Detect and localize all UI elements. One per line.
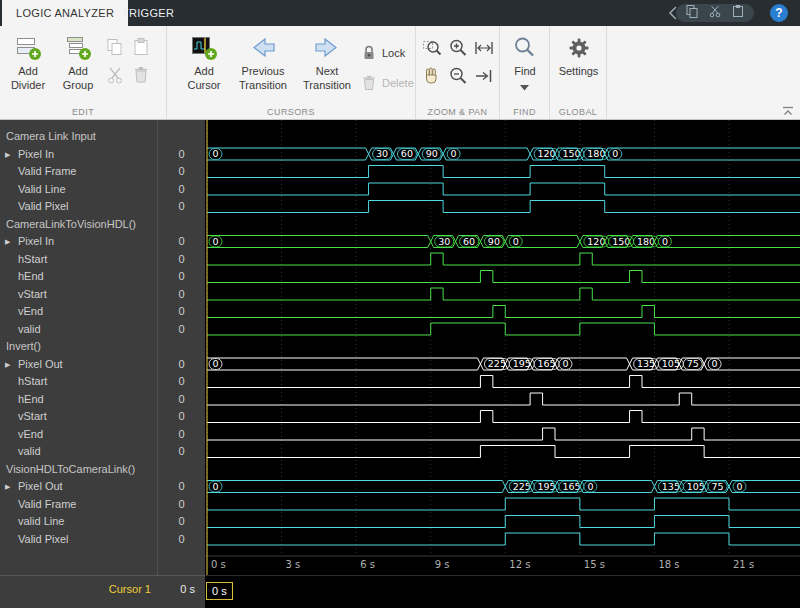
qa-copy-icon[interactable]	[685, 4, 699, 22]
delete-cursor-button[interactable]: Delete	[360, 74, 414, 92]
cut-icon[interactable]	[104, 64, 126, 86]
signal-name-row[interactable]: Valid Pixel	[0, 198, 157, 216]
cursor-position-box[interactable]: 0 s	[206, 582, 233, 600]
qa-paste-icon[interactable]	[731, 4, 745, 22]
section-find: Find FIND	[500, 26, 550, 119]
svg-text:3 s: 3 s	[286, 559, 301, 570]
signal-label: CameraLinkToVisionHDL()	[6, 218, 136, 230]
section-cursors: Add Cursor Previous Transition Next Tran…	[167, 26, 416, 119]
svg-text:15 s: 15 s	[584, 559, 605, 570]
zoom-in-icon[interactable]	[446, 36, 470, 60]
signal-name-row[interactable]: valid	[0, 321, 157, 339]
waveform-canvas[interactable]: 0 s3 s6 s9 s12 s15 s18 s21 s030609001201…	[205, 120, 800, 575]
signal-name-row[interactable]: vEnd	[0, 426, 157, 444]
section-zoom-pan: ZOOM & PAN	[416, 26, 500, 119]
svg-text:0: 0	[212, 148, 218, 159]
fit-to-view-icon[interactable]	[472, 36, 496, 60]
signal-name-row[interactable]: vStart	[0, 286, 157, 304]
tab-trigger[interactable]: TRIGGER	[108, 0, 188, 26]
add-divider-button[interactable]: Add Divider	[4, 32, 52, 92]
signal-group-header[interactable]: Camera Link Input	[0, 128, 157, 146]
qa-cut-icon[interactable]	[708, 4, 722, 22]
expand-arrow-icon[interactable]: ▶	[5, 478, 10, 496]
previous-transition-button[interactable]: Previous Transition	[231, 32, 295, 92]
signal-label: hEnd	[18, 393, 44, 405]
signal-name-row[interactable]: vEnd	[0, 303, 157, 321]
pan-hand-icon[interactable]	[420, 64, 444, 88]
expand-arrow-icon[interactable]: ▶	[5, 146, 10, 164]
signal-value	[158, 338, 205, 356]
signal-name-row[interactable]: Valid Frame	[0, 163, 157, 181]
expand-arrow-icon[interactable]: ▶	[5, 356, 10, 374]
signal-label: valid	[18, 323, 41, 335]
expand-arrow-icon[interactable]: ▶	[5, 233, 10, 251]
signal-name-row[interactable]: hStart	[0, 251, 157, 269]
add-group-label-2: Group	[63, 78, 94, 92]
cursor-track[interactable]: 0 s	[205, 575, 800, 608]
gear-icon	[567, 32, 591, 64]
add-group-button[interactable]: Add Group	[55, 32, 101, 92]
signal-label: Pixel In	[18, 235, 54, 247]
svg-text:18 s: 18 s	[658, 559, 679, 570]
svg-text:0: 0	[712, 358, 718, 369]
svg-text:6 s: 6 s	[360, 559, 375, 570]
svg-text:90: 90	[426, 148, 438, 159]
lock-button[interactable]: Lock	[360, 44, 405, 62]
signal-label: vEnd	[18, 305, 43, 317]
pan-to-end-icon[interactable]	[472, 64, 496, 88]
signal-name-row[interactable]: hEnd	[0, 391, 157, 409]
signal-group-header[interactable]: CameraLinkToVisionHDL()	[0, 216, 157, 234]
settings-label: Settings	[559, 64, 599, 78]
delete-icon[interactable]	[130, 64, 152, 86]
svg-text:0: 0	[562, 358, 568, 369]
add-cursor-button[interactable]: Add Cursor	[179, 32, 229, 92]
zoom-out-icon[interactable]	[446, 64, 470, 88]
svg-text:75: 75	[712, 481, 724, 492]
signal-label: Camera Link Input	[6, 130, 96, 142]
next-transition-button[interactable]: Next Transition	[297, 32, 357, 92]
signal-name-row[interactable]: valid	[0, 443, 157, 461]
signal-name-row[interactable]: ▶Pixel Out	[0, 478, 157, 496]
section-label-global: GLOBAL	[550, 107, 606, 117]
svg-text:75: 75	[687, 358, 699, 369]
signal-name-row[interactable]: Valid Line	[0, 181, 157, 199]
signal-label: vStart	[18, 410, 47, 422]
signal-label: Invert()	[6, 340, 41, 352]
signal-name-row[interactable]: hEnd	[0, 268, 157, 286]
signal-label: hEnd	[18, 270, 44, 282]
signal-value: 0	[158, 478, 205, 496]
signal-value: 0	[158, 163, 205, 181]
find-label: Find	[514, 64, 535, 78]
signal-group-header[interactable]: VisionHDLToCameraLink()	[0, 461, 157, 479]
signal-name-row[interactable]: Valid Pixel	[0, 531, 157, 549]
signal-name-row[interactable]: vStart	[0, 408, 157, 426]
help-button[interactable]: ?	[770, 4, 788, 22]
toolstrip: Add Divider Add Group EDIT	[0, 26, 800, 120]
arrow-left-icon	[248, 32, 278, 64]
search-icon	[512, 32, 538, 64]
previous-transition-label-1: Previous	[242, 64, 285, 78]
zoom-time-icon[interactable]	[420, 36, 444, 60]
signal-name-row[interactable]: valid Line	[0, 513, 157, 531]
signal-name-row[interactable]: ▶Pixel Out	[0, 356, 157, 374]
paste-icon[interactable]	[130, 36, 152, 58]
collapse-toolstrip-icon[interactable]	[782, 102, 794, 120]
add-divider-icon	[14, 32, 42, 64]
signal-name-row[interactable]: ▶Pixel In	[0, 146, 157, 164]
signal-label: Pixel In	[18, 148, 54, 160]
signal-label: Valid Frame	[18, 498, 76, 510]
settings-button[interactable]: Settings	[550, 32, 607, 78]
signal-values-panel: 00000000000000000000	[157, 120, 205, 575]
copy-icon[interactable]	[104, 36, 126, 58]
svg-text:0: 0	[212, 481, 218, 492]
signal-label: valid	[18, 445, 41, 457]
signal-value: 0	[158, 426, 205, 444]
find-button[interactable]: Find	[500, 32, 550, 94]
signal-name-row[interactable]: ▶Pixel In	[0, 233, 157, 251]
signal-value: 0	[158, 513, 205, 531]
signal-value: 0	[158, 181, 205, 199]
signal-name-row[interactable]: hStart	[0, 373, 157, 391]
signal-name-row[interactable]: Valid Frame	[0, 496, 157, 514]
signal-group-header[interactable]: Invert()	[0, 338, 157, 356]
svg-text:0: 0	[513, 236, 519, 247]
